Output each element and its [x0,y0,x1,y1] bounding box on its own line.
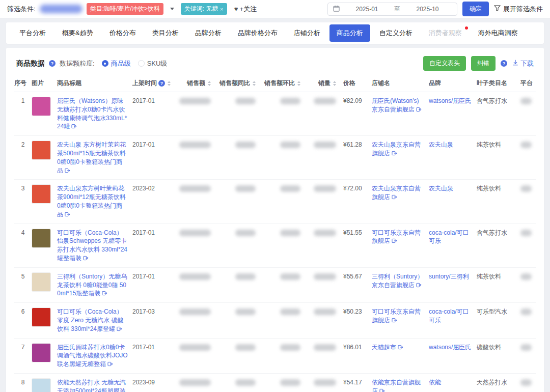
sort-icon[interactable] [253,81,256,86]
tab-brand-price-distribution[interactable]: 品牌价格分布 [231,24,285,42]
product-image[interactable] [32,184,51,204]
external-link-icon[interactable] [392,150,397,158]
external-link-icon[interactable] [416,106,422,115]
sort-icon[interactable] [297,81,300,86]
tab-shop-analysis[interactable]: 店铺分析 [287,24,327,42]
category-filter-tag[interactable]: 类目:咖啡/麦片/冲饮>饮料 [87,3,163,15]
external-link-icon[interactable] [398,344,403,352]
product-title-link[interactable]: 依能天然苏打水 无糖无汽无添加500ml*24瓶塑膜装弱碱饮用天然水解渴 [57,379,126,392]
help-icon[interactable] [158,80,165,87]
shop-link[interactable]: 天猫超市 [372,344,403,351]
leaf-category: 天然苏打水 [477,378,520,387]
follow-button[interactable]: ♥+关注 [234,5,257,14]
product-title-link[interactable]: 可口可乐（Coca-Cola）零度 Zero 无糖汽水 碳酸饮料 330ml*2… [57,308,124,332]
close-icon[interactable]: × [220,6,223,12]
external-link-icon[interactable] [117,325,122,334]
shop-link[interactable]: 农夫山泉京东自营旗舰店 [372,185,421,201]
expand-filters-button[interactable]: 展开筛选条件 [494,5,543,14]
tab-overview-trends[interactable]: 概要&趋势 [55,24,100,42]
product-title-link[interactable]: 三得利（Suntory）无糖乌龙茶饮料 0糖0能量0脂 500ml*15瓶整箱装 [57,273,127,297]
category-dropdown-button[interactable] [168,5,177,14]
date-start-value[interactable]: 2025-01 [343,6,391,13]
correction-button[interactable]: 纠错 [471,56,496,71]
product-image[interactable] [32,272,51,292]
radio-sku-level[interactable]: SKU级 [138,59,168,68]
product-image[interactable] [32,97,51,116]
col-sales-mom: 销售额环比 [263,79,308,88]
brand-link[interactable]: 依能 [429,379,441,386]
brand-link[interactable]: 农夫山泉 [429,141,453,148]
tab-product-analysis[interactable]: 商品分析 [329,24,370,42]
table-row: 4 可口可乐（Coca-Cola）怡泉Schweppes 无糖零卡 苏打水汽水饮… [14,224,536,268]
date-range-picker[interactable]: 2025-01 至 2025-10 [327,3,457,16]
col-sales-volume: 销量 [308,79,343,88]
shop-link[interactable]: 三得利（Suntory）京东自营旗舰店 [372,273,423,289]
brand-link[interactable]: watsons/屈臣氏 [429,97,471,104]
external-link-icon[interactable] [65,211,70,219]
brand-link[interactable]: coca-cola/可口可乐 [429,229,469,245]
sort-icon[interactable] [333,81,336,86]
external-link-icon[interactable] [392,237,397,246]
custom-columns-button[interactable]: 自定义表头 [423,56,466,71]
product-title-link[interactable]: 屈臣氏原味苏打水0糖0卡调酒气泡水碳酸饮料JOJO联名黑罐无糖整箱 [57,344,128,368]
redacted-sales-mom [280,273,300,280]
redacted-sales-mom [280,142,300,148]
radio-product-level[interactable]: 商品级 [102,59,131,68]
help-icon[interactable] [501,60,507,67]
leaf-category: 含气苏打水 [477,229,520,237]
sort-icon[interactable] [208,81,211,86]
external-link-icon[interactable] [65,167,70,176]
launch-date: 2023-09 [132,378,173,387]
external-link-icon[interactable] [71,123,77,131]
col-platform: 平台 [520,79,543,88]
product-image[interactable] [32,378,51,392]
external-link-icon[interactable] [379,387,385,392]
redacted-sales-amount [179,230,211,236]
external-link-icon[interactable] [392,317,397,325]
external-link-icon[interactable] [83,255,89,263]
brand-link[interactable]: suntory/三得利 [429,273,469,280]
tab-brand-analysis[interactable]: 品牌分析 [188,24,229,42]
redacted-sales-volume [314,98,336,104]
date-end-value[interactable]: 2025-10 [403,6,452,13]
tab-overseas-ecommerce[interactable]: 海外电商洞察 [471,24,525,42]
shop-link[interactable]: 依能京东自营旗舰店 [372,379,421,392]
external-link-icon[interactable] [107,360,113,369]
confirm-button[interactable]: 确定 [462,2,489,16]
product-image[interactable] [32,141,51,160]
external-link-icon[interactable] [392,193,397,202]
redacted-sales-mom [280,344,300,351]
row-index: 7 [14,343,32,352]
radio-selected-icon [102,60,108,67]
shop-link[interactable]: 农夫山泉京东自营旗舰店 [372,141,421,157]
product-image[interactable] [32,343,51,362]
product-title-link[interactable]: 农夫山泉 东方树叶茉莉花茶500ml*15瓶无糖茶饮料0糖0脂0卡整箱装热门商品 [57,141,126,174]
external-link-icon[interactable] [102,290,107,298]
sort-icon[interactable] [168,81,171,86]
brand-link[interactable]: 农夫山泉 [429,185,453,192]
product-title-link[interactable]: 可口可乐（Coca-Cola）怡泉Schweppes 无糖零卡 苏打水汽水饮料 … [57,229,127,262]
redacted-sales-yoy [235,142,256,148]
tab-platform-analysis[interactable]: 平台分析 [12,24,53,42]
tab-price-distribution[interactable]: 价格分布 [102,24,143,42]
shop-link[interactable]: 可口可乐京东自营旗舰店 [372,308,421,324]
tab-consumer-insight[interactable]: 消费者观察 [422,24,469,42]
shop-link[interactable]: 可口可乐京东自营旗舰店 [372,229,421,245]
product-image[interactable] [32,307,51,327]
row-index: 2 [14,141,32,149]
help-icon[interactable] [49,60,56,67]
shop-link[interactable]: 屈臣氏(Watson's)京东自营旗舰店 [372,97,422,113]
brand-link[interactable]: watsons/屈臣氏 [429,344,471,351]
keyword-filter-tag[interactable]: 关键词: 无糖× [181,3,227,15]
product-title-link[interactable]: 屈臣氏（Watsons）原味无糖苏打水0糖0卡汽水饮料健康特调气泡水330mL*… [57,97,127,130]
redacted-sales-mom [280,185,300,192]
product-title-link[interactable]: 农夫山泉东方树叶茉莉花茶900ml*12瓶无糖茶饮料0糖0脂0卡整箱装热门商品 [57,185,126,217]
brand-link[interactable]: coca-cola/可口可乐 [429,308,469,324]
tab-category-analysis[interactable]: 类目分析 [145,24,186,42]
product-image[interactable] [32,229,51,248]
row-index: 6 [14,307,32,316]
tab-custom-analysis[interactable]: 自定义分析 [372,24,420,42]
external-link-icon[interactable] [416,282,422,290]
col-leaf-category: 叶子类目名 [477,79,520,88]
download-button[interactable]: 下载 [512,59,534,68]
